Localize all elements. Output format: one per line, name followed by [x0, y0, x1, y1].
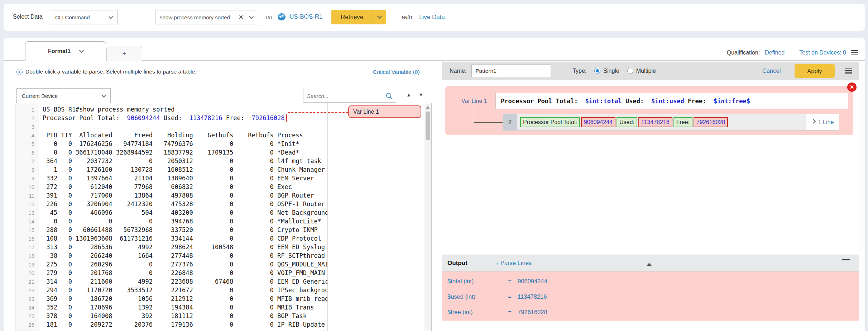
live-data-link[interactable]: Live Data	[419, 14, 445, 21]
device-link[interactable]: US-BOS-R1	[289, 13, 323, 20]
output-variable-value: 906094244	[518, 278, 547, 285]
cli-line[interactable]: 21 314 0 211600 4992 223688 67468 0 EEM …	[15, 277, 431, 286]
pattern-literal-text: Free:	[684, 98, 714, 105]
collapse-icon[interactable]	[647, 257, 653, 263]
type-radio-multiple[interactable]	[627, 68, 633, 74]
clear-icon[interactable]: ✕	[239, 14, 244, 21]
cli-literal-text: Processor Pool Total:	[43, 114, 127, 122]
cli-line[interactable]: 8 1 0 1726160 130728 1608512 0 0 Chunk M…	[15, 165, 431, 174]
cli-line[interactable]: 7 364 0 2037232 0 2050312 0 0 l4f mgt ta…	[15, 157, 431, 165]
cli-line[interactable]: 23 369 0 186720 1056 212912 0 0 MFIB_mri…	[15, 294, 431, 303]
output-variable-row: $total (int)=906094244	[442, 274, 859, 289]
command-value: show process memory sorted	[160, 14, 230, 20]
cli-line[interactable]: 24 352 0 170696 1392 194384 0 0 MRIB Tra…	[15, 303, 431, 312]
divider	[792, 48, 792, 57]
retrieve-button[interactable]: Retrieve	[331, 10, 373, 24]
cli-line-text: 378 0 164008 392 181112 0 0 BGP Task	[43, 312, 327, 320]
qualification-value-link[interactable]: Defined	[765, 49, 785, 56]
cli-line[interactable]: 11 391 0 717000 13864 497808 0 0 BGP Rou…	[15, 191, 431, 200]
device-scope-dropdown[interactable]: Current Device	[16, 88, 111, 103]
chevron-down-icon[interactable]	[249, 14, 254, 19]
menu-icon[interactable]	[851, 50, 858, 55]
cli-line[interactable]: 27 76 0 160464 240 173304 0 0 VNM DSPRM …	[15, 329, 431, 331]
search-prev-button[interactable]: ▲	[406, 92, 411, 98]
command-input[interactable]: show process memory sorted ✕	[155, 10, 258, 24]
scroll-up-arrow-icon[interactable]	[426, 106, 430, 109]
chevron-down-icon	[101, 93, 106, 98]
cli-line[interactable]: 13 45 0 466096 504 403200 0 0 Net Backgr…	[15, 208, 431, 217]
cli-line[interactable]: 12 226 0 3206904 2412320 475328 0 0 OSPF…	[15, 200, 431, 208]
cli-output-panel: 1US-BOS-R1#show process memory sorted2Pr…	[15, 103, 432, 331]
test-on-devices-link[interactable]: Test on Devices: 0	[799, 49, 846, 56]
var-line-badge[interactable]: Var Line 1	[348, 105, 421, 118]
pattern-menu-icon[interactable]	[845, 68, 852, 74]
cli-line-number: 9	[15, 175, 39, 181]
right-panel-scrollbar[interactable]	[859, 62, 866, 331]
cli-line-text: 108 0 1301963608 611731216 334144 0 0 CD…	[43, 235, 327, 242]
critical-variable-link[interactable]: Critical Variable (0)	[373, 69, 420, 75]
cli-line[interactable]: 14 0 0 0 0 394768 0 0 *MallocLite*	[15, 217, 431, 226]
cli-line[interactable]: 15 288 0 60661488 56732968 337520 0 0 Cr…	[15, 226, 431, 234]
select-data-label: Select Data	[13, 14, 43, 20]
minimize-icon[interactable]	[842, 259, 850, 260]
pattern-name-input[interactable]	[471, 65, 551, 77]
cli-literal-text: Free:	[222, 114, 252, 122]
pattern-input[interactable]: Processor Pool Total: $int:total Used: $…	[495, 93, 848, 109]
cli-line[interactable]: 16 108 0 1301963608 611731216 334144 0 0…	[15, 234, 431, 243]
qualification-label: Qualification:	[727, 49, 760, 56]
highlighted-line-box: Processor Pool Total: 906094244 Used: 11…	[43, 114, 287, 122]
cli-line-number: 24	[15, 304, 39, 311]
add-tab-button[interactable]: +	[106, 47, 142, 61]
cli-line[interactable]: 22 294 0 1170720 3533512 221672 0 0 IPSe…	[15, 286, 431, 294]
cli-line[interactable]: 25 378 0 164008 392 181112 0 0 BGP Task	[15, 312, 431, 320]
cli-line[interactable]: 3	[15, 122, 431, 131]
search-next-button[interactable]: ▼	[418, 92, 423, 98]
cli-line-text: 0 0 176246256 94774184 74796376 0 0 *Ini…	[43, 140, 327, 147]
cli-line[interactable]: 17 313 0 286536 4992 298624 100548 0 EEM…	[15, 243, 431, 251]
cli-line-text: 1 0 1726160 130728 1608512 0 0 Chunk Man…	[43, 166, 327, 173]
cli-line-number: 6	[15, 150, 39, 156]
line-count-label: 1 Line	[818, 119, 834, 126]
pattern-literal-text: Used:	[622, 98, 651, 105]
cli-line[interactable]: 5 0 0 176246256 94774184 74796376 0 0 *I…	[15, 140, 431, 148]
cli-line[interactable]: 26 181 0 209272 20376 179136 0 0 IP RIB …	[15, 320, 431, 329]
cancel-button[interactable]: Cancel	[762, 67, 781, 74]
output-variable-row: $used (int)=113478216	[442, 289, 859, 304]
cli-line-number: 26	[15, 322, 39, 328]
cli-line[interactable]: 10 272 0 612040 77968 606832 0 0 Exec	[15, 183, 431, 191]
chevron-down-icon[interactable]	[79, 48, 84, 53]
output-variable-value: 792616028	[518, 309, 547, 316]
output-variable-value: 113478216	[518, 293, 547, 300]
pattern-variable-token: $int:total	[585, 98, 622, 105]
cli-line-text: 294 0 1170720 3533512 221672 0 0 IPSec b…	[43, 287, 327, 294]
cli-line-number: 22	[15, 287, 39, 293]
device-scope-value: Current Device	[22, 93, 58, 99]
cli-line[interactable]: 18 38 0 266240 1664 277448 0 0 RF SCTPth…	[15, 251, 431, 260]
parse-lines-link[interactable]: + Parse Lines	[495, 260, 532, 266]
tab-format1[interactable]: Format1	[25, 41, 106, 61]
cli-scrollbar[interactable]	[425, 104, 431, 330]
type-radio-label: Single	[603, 68, 619, 74]
with-label: with	[402, 14, 412, 20]
cli-literal-text: Used:	[160, 114, 190, 122]
matched-line-row[interactable]: 2 Processor Pool Total:906094244Used:113…	[503, 114, 839, 131]
cli-line[interactable]: 20 279 0 201768 0 226848 0 0 VOIP_FMD_MA…	[15, 269, 431, 277]
info-icon: i	[16, 69, 23, 75]
cli-line[interactable]: 9 332 0 1397664 21104 1389640 0 0 EEM Se…	[15, 174, 431, 183]
cli-line-text: 275 0 260296 0 277376 0 0 QOS_MODULE_MAI…	[43, 261, 327, 268]
type-radio-label: Multiple	[636, 68, 656, 74]
search-input[interactable]	[307, 93, 383, 99]
close-icon[interactable]: ✕	[847, 82, 857, 92]
line-count[interactable]: 1 Line	[806, 114, 839, 130]
cli-line-text: 352 0 170696 1392 194384 0 0 MRIB Trans	[43, 304, 327, 311]
apply-button[interactable]: Apply	[795, 64, 835, 78]
scrollbar-thumb[interactable]	[426, 112, 430, 140]
matched-literal-chip: Used:	[617, 117, 637, 127]
cli-line-text: 288 0 60661488 56732968 337520 0 0 Crypt…	[43, 226, 327, 233]
data-type-dropdown[interactable]: CLI Command	[50, 10, 118, 24]
cli-line[interactable]: 6 0 0 3661718040 3268944592 18837792 170…	[15, 148, 431, 157]
type-radio-single[interactable]	[594, 68, 600, 74]
cli-line[interactable]: 19 275 0 260296 0 277376 0 0 QOS_MODULE_…	[15, 260, 431, 269]
cli-line[interactable]: 4 PID TTY Allocated Freed Holding Getbuf…	[15, 131, 431, 140]
retrieve-dropdown-button[interactable]	[373, 10, 386, 24]
